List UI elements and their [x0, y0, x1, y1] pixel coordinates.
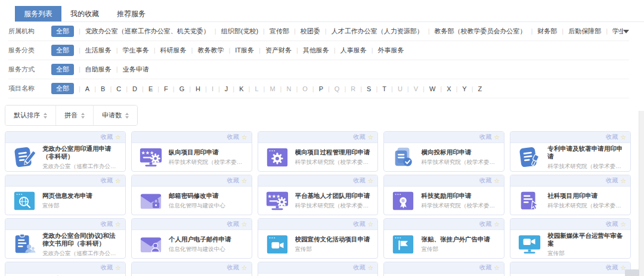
- filter-item[interactable]: 财务部: [526, 27, 557, 35]
- favorite-button[interactable]: 收藏: [479, 220, 491, 228]
- star-icon[interactable]: ☆: [620, 221, 626, 228]
- filter-item[interactable]: 资产财务: [254, 46, 292, 54]
- service-card[interactable]: 收藏 ☆ ★★★ 纵向项目用印申请 科学技术研究院（校学术委员会办公室）: [131, 131, 252, 172]
- favorite-button[interactable]: 收藏: [101, 133, 113, 141]
- filter-all-button[interactable]: 全部: [51, 64, 74, 75]
- letter-filter[interactable]: Y: [451, 85, 467, 92]
- filter-item[interactable]: 党政办公室（巡察工作办公室、机关党委）: [74, 27, 210, 35]
- filter-item[interactable]: 学生工作部（研究生工作部、人民武装部）: [601, 27, 623, 35]
- filter-item[interactable]: 其他服务: [292, 46, 329, 54]
- favorite-button[interactable]: 收藏: [101, 263, 113, 272]
- sort-button[interactable]: 拼音: [55, 106, 93, 125]
- star-icon[interactable]: ☆: [368, 221, 374, 228]
- star-icon[interactable]: ☆: [368, 134, 374, 141]
- service-card[interactable]: 收藏 ☆ 社科项目用印申请 科学技术研究院（校学术委员会办公室）: [510, 175, 631, 215]
- favorite-button[interactable]: 收藏: [227, 220, 239, 228]
- letter-filter[interactable]: K: [228, 85, 243, 92]
- star-icon[interactable]: ☆: [115, 265, 121, 271]
- star-icon[interactable]: ☆: [115, 221, 121, 228]
- service-card[interactable]: 收藏 ☆ 网页信息发布申请 宣传部: [5, 175, 126, 215]
- service-card[interactable]: 收藏 ☆ 个人用户电子邮件申请 信息化管理与建设中心: [131, 218, 252, 259]
- favorite-button[interactable]: 收藏: [354, 176, 366, 185]
- filter-all-button[interactable]: 全部: [51, 45, 74, 56]
- star-icon[interactable]: ☆: [242, 221, 247, 228]
- star-icon[interactable]: ☆: [242, 134, 247, 141]
- filter-item[interactable]: 校团委: [289, 27, 320, 35]
- expand-filter-caret-icon[interactable]: [623, 30, 629, 33]
- letter-filter[interactable]: C: [105, 85, 121, 92]
- letter-filter[interactable]: P: [308, 85, 323, 92]
- filter-item[interactable]: 组织部(党校): [210, 27, 258, 35]
- star-icon[interactable]: ☆: [368, 178, 374, 184]
- letter-filter[interactable]: G: [168, 85, 184, 92]
- sort-button[interactable]: 默认排序: [5, 106, 55, 125]
- filter-item[interactable]: 宣传部: [258, 27, 289, 35]
- favorite-button[interactable]: 收藏: [479, 176, 491, 185]
- filter-item[interactable]: 生活服务: [74, 46, 112, 54]
- letter-filter[interactable]: J: [213, 85, 228, 92]
- favorite-button[interactable]: 收藏: [606, 220, 618, 228]
- star-icon[interactable]: ☆: [494, 265, 500, 271]
- filter-item[interactable]: 自助服务: [74, 66, 112, 73]
- filter-item[interactable]: 人事服务: [329, 46, 367, 54]
- favorite-button[interactable]: 收藏: [227, 263, 239, 272]
- star-icon[interactable]: ☆: [494, 221, 500, 228]
- service-card[interactable]: 收藏 ☆ 校园新媒体平台运营年审备案 宣传部: [510, 218, 631, 259]
- letter-filter[interactable]: H: [184, 85, 200, 92]
- favorite-button[interactable]: 收藏: [606, 263, 618, 272]
- favorite-button[interactable]: 收藏: [101, 176, 113, 185]
- letter-filter[interactable]: D: [121, 85, 137, 92]
- filter-item[interactable]: 人才工作办公室（人力资源部）: [320, 27, 423, 35]
- filter-item[interactable]: 教务教学: [187, 46, 224, 54]
- service-card[interactable]: 收藏 ☆ 专利变更转让及标准等其他事务用印申请 科学技术研究院（校学术委员会办公…: [5, 262, 126, 276]
- favorite-button[interactable]: 收藏: [354, 133, 366, 141]
- star-icon[interactable]: ☆: [620, 134, 626, 141]
- filter-all-button[interactable]: 全部: [51, 83, 74, 94]
- star-icon[interactable]: ☆: [620, 178, 626, 184]
- service-card[interactable]: 收藏 ☆ 横向项目过程管理用印申请 科学技术研究院（校学术委员会办公室）: [258, 131, 379, 172]
- letter-filter[interactable]: W: [418, 85, 435, 92]
- service-card[interactable]: 收藏 ☆ 新媒体账号备案申请 宣传部: [258, 262, 379, 276]
- service-card[interactable]: 收藏 ☆ 党政办公室合同(协议)和法律文书用印（非科研） 党政办公室（巡察工作办…: [5, 218, 126, 259]
- service-card[interactable]: 收藏 ☆ 张贴、张挂户外广告申请 宣传部: [383, 218, 504, 259]
- floating-widget[interactable]: [625, 269, 639, 276]
- service-card[interactable]: 收藏 ☆ 专利申请及软著申请用印申请 科学技术研究院（校学术委员会办公室）: [510, 131, 631, 172]
- service-card[interactable]: 收藏 ☆ 党政办公室用印通用申请（非科研） 党政办公室（巡察工作办公室、机关党委…: [5, 131, 126, 172]
- star-icon[interactable]: ☆: [115, 134, 121, 141]
- service-card[interactable]: 收藏 ☆ 校园互联网群组年审备案 宣传部: [131, 262, 252, 276]
- star-icon[interactable]: ☆: [494, 178, 500, 184]
- favorite-button[interactable]: 收藏: [354, 220, 366, 228]
- filter-item[interactable]: 外事服务: [367, 46, 404, 54]
- service-card[interactable]: 收藏 ☆ 科技奖励用印申请 科学技术研究院（校学术委员会办公室）: [383, 175, 504, 215]
- filter-item[interactable]: 后勤保障部: [557, 27, 601, 35]
- filter-item[interactable]: 科研服务: [149, 46, 187, 54]
- favorite-button[interactable]: 收藏: [606, 176, 618, 185]
- star-icon[interactable]: ☆: [494, 134, 500, 141]
- favorite-button[interactable]: 收藏: [479, 263, 491, 272]
- service-card[interactable]: 收藏 ☆ 党政办公室发文申请 党政办公室（巡察工作办公室、机关党委）: [510, 262, 631, 276]
- star-icon[interactable]: ☆: [115, 178, 121, 184]
- star-icon[interactable]: ☆: [368, 265, 374, 271]
- star-icon[interactable]: ☆: [242, 265, 247, 271]
- filter-item[interactable]: 学生事务: [112, 46, 149, 54]
- letter-filter[interactable]: T: [371, 85, 386, 92]
- favorite-button[interactable]: 收藏: [479, 133, 491, 141]
- favorite-button[interactable]: 收藏: [227, 176, 239, 185]
- favorite-button[interactable]: 收藏: [606, 133, 618, 141]
- favorite-button[interactable]: 收藏: [101, 220, 113, 228]
- letter-filter[interactable]: A: [74, 85, 89, 92]
- service-card[interactable]: 收藏 ☆ 横向投标用印申请 科学技术研究院（校学术委员会办公室）: [383, 131, 504, 172]
- sort-button[interactable]: 申请数: [93, 106, 137, 125]
- letter-filter[interactable]: E: [137, 85, 153, 92]
- letter-filter[interactable]: X: [435, 85, 451, 92]
- star-icon[interactable]: ☆: [242, 178, 247, 184]
- favorite-button[interactable]: 收藏: [354, 263, 366, 272]
- scrollbar-track[interactable]: [639, 111, 644, 276]
- filter-item[interactable]: 业务申请: [112, 66, 149, 73]
- tab-1[interactable]: 我的收藏: [61, 6, 108, 21]
- filter-item[interactable]: IT服务: [224, 46, 254, 54]
- tab-0[interactable]: 服务列表: [15, 6, 61, 21]
- letter-filter[interactable]: S: [355, 85, 371, 92]
- service-card[interactable]: 收藏 ☆ 信息系统开通申请 信息化管理与建设中心: [383, 262, 504, 276]
- favorite-button[interactable]: 收藏: [227, 133, 239, 141]
